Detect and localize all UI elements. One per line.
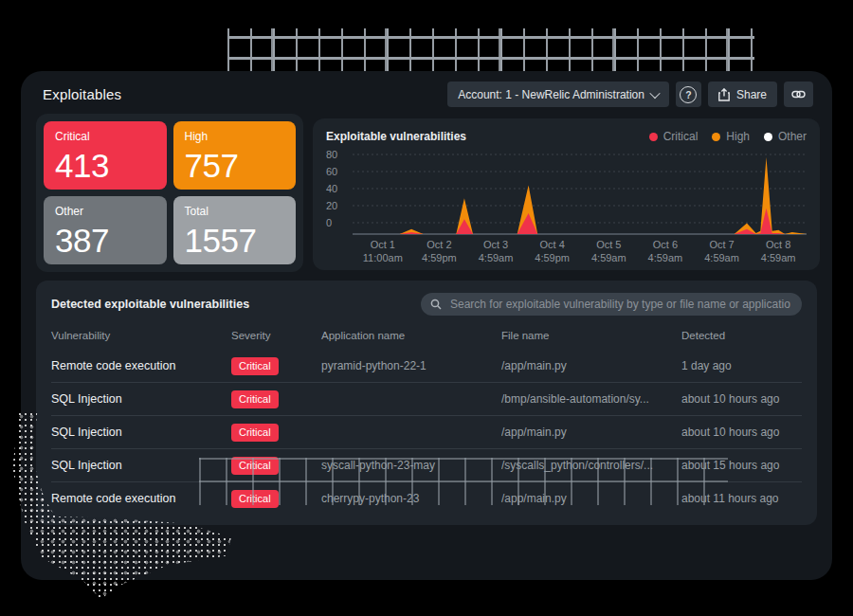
chevron-down-icon [649,87,660,98]
cell-file-name: /app/main.py [501,359,681,372]
vulnerabilities-chart-panel: Exploitable vulnerabilities Critical Hig… [313,118,820,270]
fence-rail [227,36,754,39]
x-axis-label: Oct 64:59am [637,238,694,265]
stat-label: Total [185,205,285,218]
severity-badge: Critical [231,424,279,441]
x-axis-label: Oct 74:59am [694,238,751,265]
cell-vulnerability: SQL Injection [51,392,231,406]
table-row[interactable]: SQL Injection Critical /bmp/ansible-auto… [51,382,802,415]
stat-value: 387 [55,225,155,256]
copy-link-button[interactable] [784,82,813,107]
severity-badge: Critical [231,357,279,374]
share-button[interactable]: Share [708,82,777,107]
stat-cards-panel: Critical 413 High 757 Other 387 Total 15… [36,114,303,272]
link-icon [791,90,806,99]
x-axis-label: Oct 111:00am [354,238,411,265]
column-header[interactable]: Vulnerability [51,330,231,341]
legend-item-critical[interactable]: Critical [649,130,699,143]
stat-card-high[interactable]: High 757 [173,121,297,190]
table-header: Detected exploitable vulnerabilities [51,293,802,316]
fence-grid-decoration-top [227,28,754,73]
stat-card-other[interactable]: Other 387 [44,196,167,264]
x-axis-label: Oct 24:59pm [411,238,468,265]
chart-legend: Critical High Other [649,130,807,143]
search-input[interactable] [448,297,792,312]
help-button[interactable]: ? [676,82,701,107]
search-icon [430,299,442,310]
search-box[interactable] [421,293,802,316]
table-row[interactable]: SQL Injection Critical /app/main.py abou… [51,415,802,448]
svg-text:60: 60 [326,166,337,177]
x-axis-label: Oct 54:59am [581,238,638,265]
cell-detected: about 10 hours ago [681,392,802,406]
account-dropdown-label: Account: 1 - NewRelic Administration [458,88,644,101]
cell-application-name: pyramid-python-22-1 [321,359,501,372]
page: Exploitables Account: 1 - NewRelic Admin… [0,0,853,616]
cell-severity: Critical [231,390,321,408]
header-controls: Account: 1 - NewRelic Administration ? S… [447,82,813,107]
fence-rail [199,480,728,482]
stat-card-critical[interactable]: Critical 413 [44,121,167,190]
legend-item-high[interactable]: High [712,130,750,143]
x-axis-label: Oct 34:59am [467,238,524,265]
legend-dot [649,133,658,141]
cell-detected: 1 day ago [681,359,802,372]
svg-text:40: 40 [326,183,337,194]
fence-rail [227,57,754,60]
account-dropdown[interactable]: Account: 1 - NewRelic Administration [447,82,669,107]
cell-severity: Critical [231,423,321,441]
stat-label: High [185,130,285,143]
legend-label: Critical [663,130,699,143]
stat-value: 757 [185,150,285,181]
help-icon: ? [680,86,697,103]
share-button-label: Share [736,88,767,101]
cell-file-name: /bmp/ansible-automation/sy... [501,392,681,406]
chart-title: Exploitable vulnerabilities [326,130,466,143]
column-header[interactable]: Application name [321,330,501,341]
x-axis-label: Oct 44:59pm [524,238,581,265]
svg-text:20: 20 [326,200,337,211]
stat-label: Critical [55,130,155,143]
page-title: Exploitables [43,86,121,102]
stat-value: 413 [55,150,155,181]
column-header[interactable]: File name [501,330,681,341]
share-icon [718,88,730,101]
area-chart-svg[interactable]: 806040200 [326,149,807,236]
severity-badge: Critical [231,390,279,408]
legend-item-other[interactable]: Other [764,130,807,143]
table-title: Detected exploitable vulnerabilities [51,298,249,311]
legend-label: High [726,130,750,143]
column-header[interactable]: Severity [231,330,321,341]
cell-vulnerability: SQL Injection [51,426,231,439]
svg-text:0: 0 [326,217,332,228]
legend-label: Other [778,130,807,143]
svg-text:80: 80 [326,149,337,160]
cell-severity: Critical [231,356,321,374]
x-axis-labels: Oct 111:00amOct 24:59pmOct 34:59amOct 44… [354,238,807,265]
stat-value: 1557 [185,225,285,256]
fence-grid-decoration-bottom [199,458,728,505]
chart-header: Exploitable vulnerabilities Critical Hig… [326,130,807,143]
chart-gridlines: 806040200 [326,149,807,228]
stat-label: Other [55,205,155,218]
table-column-headers: Vulnerability Severity Application name … [51,321,802,350]
legend-dot [712,133,720,141]
cell-detected: about 10 hours ago [681,426,802,439]
stat-card-total[interactable]: Total 1557 [173,196,297,264]
fence-rail [199,458,728,460]
cell-vulnerability: Remote code execution [51,359,231,372]
x-axis-label: Oct 84:59am [750,238,807,265]
table-row[interactable]: Remote code execution Critical pyramid-p… [51,350,802,382]
column-header[interactable]: Detected [681,330,802,341]
cell-file-name: /app/main.py [501,426,681,439]
legend-dot [764,133,772,141]
